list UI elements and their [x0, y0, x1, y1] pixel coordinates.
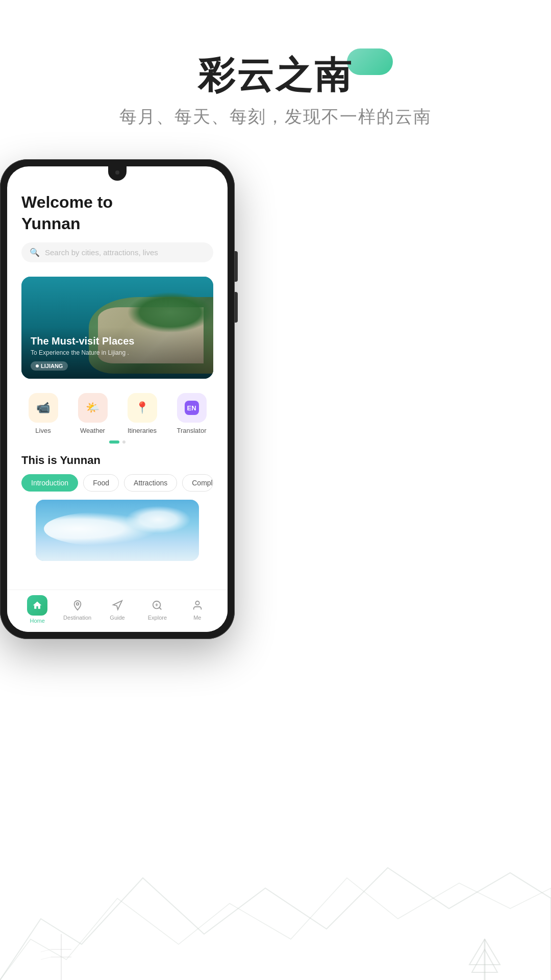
nav-me[interactable]: Me	[178, 598, 217, 621]
action-item-lives[interactable]: 📹 Lives	[21, 393, 65, 434]
me-icon	[190, 598, 205, 612]
nav-destination[interactable]: Destination	[57, 598, 97, 621]
content-card[interactable]	[36, 500, 199, 561]
search-bar[interactable]: 🔍 Search by cities, attractions, lives	[21, 242, 213, 262]
location-dot-icon	[36, 364, 39, 368]
itineraries-icon: 📍	[135, 401, 149, 414]
category-tabs: Introduction Food Attractions Compla...	[21, 474, 213, 492]
action-item-itineraries[interactable]: 📍 Itineraries	[120, 393, 164, 434]
svg-line-7	[41, 957, 51, 960]
dots-indicator	[7, 434, 228, 450]
translator-label: Translator	[177, 427, 206, 434]
destination-icon	[70, 598, 85, 612]
featured-card[interactable]: The Must-visit Places To Experience the …	[21, 277, 213, 379]
itineraries-label: Itineraries	[128, 427, 157, 434]
location-text: LIJIANG	[41, 363, 63, 369]
yunnan-section: This is Yunnan Introduction Food Attract…	[7, 450, 228, 561]
header-section: 彩云之南 每月、每天、每刻，发现不一样的云南	[0, 0, 551, 149]
actions-row: 📹 Lives 🌤️ Weather	[21, 393, 213, 434]
phone-mockup: Welcome toYunnan 🔍 Search by cities, att…	[0, 159, 551, 639]
weather-icon: 🌤️	[86, 401, 99, 414]
svg-point-8	[76, 603, 79, 605]
yunnan-section-title: This is Yunnan	[21, 454, 213, 467]
lives-label: Lives	[35, 427, 51, 434]
featured-card-subtitle: To Experience the Nature in Lijiang .	[31, 349, 204, 356]
dot-2	[122, 440, 126, 444]
phone-screen: Welcome toYunnan 🔍 Search by cities, att…	[7, 166, 228, 632]
nav-guide-label: Guide	[110, 615, 124, 621]
welcome-section: Welcome toYunnan 🔍 Search by cities, att…	[7, 182, 228, 277]
app-container: 彩云之南 每月、每天、每刻，发现不一样的云南 Welcome toYunnan	[0, 0, 551, 980]
featured-card-title: The Must-visit Places	[31, 335, 204, 347]
explore-icon	[150, 598, 164, 612]
svg-marker-9	[113, 601, 122, 609]
lives-icon-wrapper: 📹	[29, 393, 58, 423]
logo-pill	[347, 48, 393, 75]
phone-outer: Welcome toYunnan 🔍 Search by cities, att…	[0, 159, 235, 639]
screen-content[interactable]: Welcome toYunnan 🔍 Search by cities, att…	[7, 166, 228, 590]
dot-1	[109, 440, 119, 444]
nav-me-label: Me	[193, 615, 201, 621]
search-icon: 🔍	[30, 248, 40, 257]
translator-icon-wrapper: EN	[177, 393, 207, 423]
nav-explore-label: Explore	[148, 615, 167, 621]
subtitle: 每月、每天、每刻，发现不一样的云南	[119, 105, 432, 129]
weather-label: Weather	[80, 427, 105, 434]
cloud2	[126, 506, 191, 533]
weather-icon-wrapper: 🌤️	[78, 393, 108, 423]
tab-introduction[interactable]: Introduction	[21, 474, 78, 492]
sky-scene	[36, 500, 199, 561]
welcome-title: Welcome toYunnan	[21, 192, 213, 234]
nav-guide[interactable]: Guide	[97, 598, 137, 621]
search-placeholder: Search by cities, attractions, lives	[45, 248, 158, 257]
nav-explore[interactable]: Explore	[137, 598, 177, 621]
tab-attractions[interactable]: Attractions	[124, 474, 177, 492]
action-item-translator[interactable]: EN Translator	[170, 393, 213, 434]
quick-actions: 📹 Lives 🌤️ Weather	[7, 388, 228, 434]
svg-point-11	[195, 601, 199, 605]
translator-icon: EN	[185, 401, 199, 415]
guide-icon	[110, 598, 124, 612]
bottom-nav: Home Destination	[7, 590, 228, 632]
nav-destination-label: Destination	[63, 615, 91, 621]
featured-overlay: The Must-visit Places To Experience the …	[21, 327, 213, 379]
main-title: 彩云之南	[198, 51, 353, 100]
svg-line-6	[41, 949, 51, 952]
action-item-weather[interactable]: 🌤️ Weather	[71, 393, 114, 434]
itineraries-icon-wrapper: 📍	[128, 393, 157, 423]
tab-food[interactable]: Food	[83, 474, 119, 492]
nav-home-label: Home	[30, 618, 45, 624]
nav-home[interactable]: Home	[17, 595, 57, 624]
location-tag: LIJIANG	[31, 361, 68, 371]
trees-overlay	[127, 292, 213, 333]
tab-complaints[interactable]: Compla...	[182, 474, 213, 492]
lives-icon: 📹	[36, 401, 50, 414]
home-icon	[27, 595, 47, 616]
